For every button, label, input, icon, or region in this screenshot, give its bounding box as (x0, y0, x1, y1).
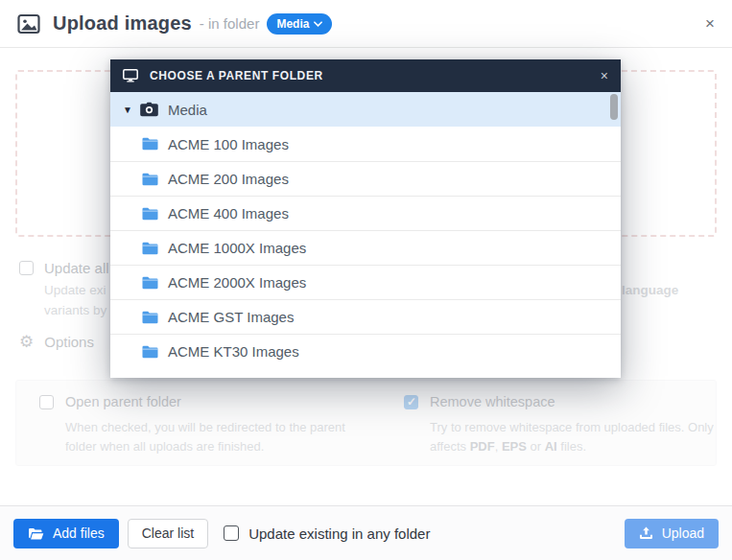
options-panel: Open parent folder When checked, you wil… (15, 380, 717, 466)
folder-label: ACME 400 Images (168, 205, 289, 222)
folder-row[interactable]: ACME 2000X Images (110, 265, 621, 299)
update-all-description-fragment-2: variants by (44, 303, 106, 317)
folder-icon (142, 311, 158, 324)
open-parent-folder-checkbox[interactable] (39, 395, 54, 409)
options-label: Options (44, 334, 94, 350)
upload-button[interactable]: Upload (625, 519, 719, 548)
upload-dialog: Upload images - in folder Media × Update… (0, 0, 732, 560)
footer-bar: Add files Clear list Update existing in … (0, 505, 732, 560)
dialog-header: Upload images - in folder Media × (0, 0, 732, 48)
folder-row-media[interactable]: ▼ Media (110, 92, 621, 127)
add-files-button[interactable]: Add files (13, 519, 119, 548)
camera-icon (140, 102, 158, 117)
monitor-icon (123, 69, 138, 82)
current-folder-name: Media (276, 17, 309, 31)
current-folder-badge[interactable]: Media (267, 13, 332, 35)
update-all-label: Update all (44, 260, 109, 276)
caret-down-icon[interactable]: ▼ (123, 105, 134, 115)
folder-row[interactable]: ACME 1000X Images (110, 230, 621, 265)
folder-row[interactable]: ACME KT30 Images (110, 334, 621, 368)
in-folder-text: - in folder (200, 15, 260, 32)
modal-close-button[interactable]: × (601, 69, 608, 82)
folder-label: ACME KT30 Images (168, 343, 299, 360)
folder-label: Media (168, 102, 207, 118)
update-existing-any-folder-label: Update existing in any folder (248, 525, 430, 542)
folder-label: ACME 2000X Images (168, 274, 306, 291)
remove-whitespace-checkbox[interactable] (404, 395, 418, 409)
close-dialog-button[interactable]: × (705, 15, 715, 32)
page-title: Upload images (53, 12, 192, 35)
modal-header: CHOOSE A PARENT FOLDER × (110, 59, 621, 92)
list-item-partial[interactable] (110, 368, 621, 378)
folder-row[interactable]: ACME 400 Images (110, 196, 621, 230)
gear-icon: ⚙ (19, 334, 34, 350)
modal-title: CHOOSE A PARENT FOLDER (150, 69, 323, 82)
upload-icon (639, 526, 653, 540)
update-all-description-fragment: Update exi (44, 283, 106, 297)
clear-list-label: Clear list (142, 525, 194, 541)
folder-label: ACME 200 Images (168, 171, 289, 187)
scrollbar-thumb[interactable] (610, 94, 618, 120)
clear-list-button[interactable]: Clear list (128, 519, 208, 548)
folder-row[interactable]: ACME 100 Images (110, 127, 621, 161)
add-files-label: Add files (53, 525, 105, 541)
folder-label: ACME GST Images (168, 309, 294, 325)
open-parent-folder-description: When checked, you will be redirected to … (65, 418, 366, 455)
folder-label: ACME 1000X Images (168, 240, 306, 256)
folder-tree: ▼ Media ACME 100 ImagesACME 200 ImagesAC… (110, 92, 621, 378)
folder-row[interactable]: ACME GST Images (110, 299, 621, 334)
folder-icon (142, 137, 158, 151)
folder-label: ACME 100 Images (168, 136, 289, 152)
folder-icon (142, 276, 158, 290)
folder-open-icon (28, 527, 44, 540)
folder-icon (142, 207, 158, 221)
upload-label: Upload (662, 525, 704, 541)
update-all-description-fragment-right: language (622, 283, 678, 297)
remove-whitespace-description: Try to remove whitespace from uploaded f… (430, 418, 720, 455)
open-parent-folder-label: Open parent folder (65, 394, 181, 409)
update-all-checkbox[interactable] (19, 261, 34, 275)
chevron-down-icon (314, 21, 322, 27)
choose-parent-folder-modal: CHOOSE A PARENT FOLDER × ▼ Media ACME 10… (110, 59, 621, 378)
folder-icon (142, 345, 158, 359)
folder-row[interactable]: ACME 200 Images (110, 161, 621, 196)
folder-icon (142, 173, 158, 186)
update-existing-any-folder-checkbox[interactable] (224, 525, 239, 541)
remove-whitespace-label: Remove whitespace (430, 394, 555, 409)
folder-icon (142, 242, 158, 255)
image-icon (17, 12, 40, 35)
